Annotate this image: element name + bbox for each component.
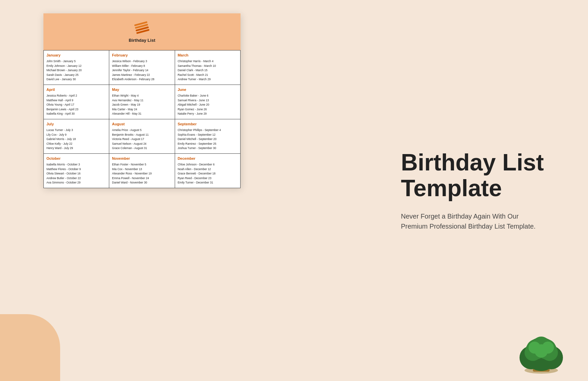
birthday-entry: Mia Carter - May 24 [112,107,172,112]
birthday-entry: Ethan Foster - November 5 [112,162,172,167]
birthday-entry: Emily Johnson - January 12 [46,64,106,69]
birthday-entry: Alexander Hill - May 31 [112,112,172,116]
birthday-entry: Olivia Stewart - October 16 [46,171,106,176]
birthday-entry: Emily Turner - December 31 [178,180,238,185]
month-heading-october: October [46,156,106,160]
birthday-entry: Ryan Reed - December 23 [178,176,238,181]
month-cell-april: AprilJessica Roberts - April 2Matthew Ha… [44,85,109,119]
main-title: Birthday List Template [401,150,561,201]
birthday-entry: Daniel Mitchell - September 20 [178,137,238,142]
birthday-entry: Isabella King - April 30 [46,112,106,116]
birthday-entry: Abigail Mitchell - June 20 [178,103,238,107]
birthday-entry: Victoria Reed - August 17 [112,137,172,142]
birthday-entry: Grace Coleman - August 31 [112,146,172,151]
subtitle: Never Forget a Birthday Again With Our P… [401,211,541,231]
month-cell-february: FebruaryJessica Wilson - February 3Willi… [109,50,175,85]
birthday-entry: Noah Allen - December 12 [178,167,238,172]
birthday-entry: Emily Ramirez - September 25 [178,142,238,146]
birthday-entry: Michael Brown - January 20 [46,68,106,73]
birthday-entry: Ryan Gomez - June 26 [178,107,238,112]
month-heading-august: August [112,122,172,126]
month-heading-november: November [112,156,172,160]
birthday-entry: Benjamin Lewis - April 23 [46,107,106,112]
birthday-entry: Andrew Turner - March 29 [178,77,238,82]
birthday-entry: Natalie Perry - June 29 [178,112,238,116]
month-heading-june: June [178,88,238,92]
birthday-entry: Benjamin Brooks - August 11 [112,133,172,137]
month-heading-february: February [112,53,172,57]
right-panel: Birthday List Template Never Forget a Bi… [401,150,561,231]
birthday-entry: Matthew Hall - April 9 [46,98,106,103]
birthday-entry: Rachel Scott - March 21 [178,73,238,78]
birthday-entry: Chloe Kelly - July 22 [46,142,106,146]
birthday-entry: Jessica Wilson - February 3 [112,59,172,64]
birthday-entry: Elizabeth Anderson - February 28 [112,77,172,82]
birthday-entry: Andrew Butler - October 22 [46,176,106,181]
birthday-entry: James Martinez - February 22 [112,73,172,78]
month-heading-april: April [46,88,106,92]
month-heading-december: December [178,156,238,160]
birthday-entry: Joshua Turner - September 30 [178,146,238,151]
month-cell-november: NovemberEthan Foster - November 5Mia Cox… [109,153,175,188]
svg-point-16 [542,342,554,354]
month-heading-march: March [178,53,238,57]
month-heading-july: July [46,122,106,126]
birthday-entry: Gabriel Morris - July 18 [46,137,106,142]
month-cell-june: JuneCharlotte Baker - June 6Samuel River… [175,85,240,119]
month-cell-january: JanuaryJohn Smith - January 5Emily Johns… [44,50,109,85]
month-heading-may: May [112,88,172,92]
birthday-entry: Emma Powell - November 24 [112,176,172,181]
birthday-entry: William Miller - February 8 [112,64,172,69]
birthday-entry: Lucas Turner - July 3 [46,128,106,133]
birthday-entry: David Lee - January 30 [46,77,106,82]
birthday-entry: Christopher Phillips - September 4 [178,128,238,133]
birthday-entry: Amelia Price - August 5 [112,128,172,133]
background-decoration [0,314,60,381]
birthday-entry: Matthew Flores - October 9 [46,167,106,172]
month-cell-may: MayEthan Wright - May 4Ava Hernandez - M… [109,85,175,119]
birthday-entry: Christopher Harris - March 4 [178,59,238,64]
birthday-entry: Chloe Johnson - December 6 [178,162,238,167]
document-header: Birthday List [43,13,241,50]
month-cell-december: DecemberChloe Johnson - December 6Noah A… [175,153,240,188]
birthday-entry: Isabella Morris - October 3 [46,162,106,167]
plant-decoration [514,321,568,374]
birthday-entry: Samantha Thomas - March 10 [178,64,238,69]
month-cell-october: OctoberIsabella Morris - October 3Matthe… [44,153,109,188]
month-heading-january: January [46,53,106,57]
birthday-entry: Jessica Roberts - April 2 [46,94,106,98]
birthday-entry: Olivia Young - April 17 [46,103,106,107]
birthday-entry: Lily Cox - July 9 [46,133,106,137]
logo-icon [134,21,150,36]
month-heading-september: September [178,122,238,126]
birthday-entry: Jennifer Taylor - February 14 [112,68,172,73]
birthday-entry: Ava Hernandez - May 11 [112,98,172,103]
birthday-entry: Henry Ward - July 29 [46,146,106,151]
birthday-entry: Charlotte Baker - June 6 [178,94,238,98]
birthday-entry: Daniel Clark - March 15 [178,68,238,73]
month-cell-september: SeptemberChristopher Phillips - Septembe… [175,119,240,153]
birthday-entry: Samuel Rivera - June 13 [178,98,238,103]
birthday-entry: Daniel Ward - November 30 [112,180,172,185]
birthday-table: JanuaryJohn Smith - January 5Emily Johns… [43,50,241,188]
document: Birthday List JanuaryJohn Smith - Januar… [43,13,241,188]
birthday-entry: Ava Simmons - October 29 [46,180,106,185]
month-cell-july: JulyLucas Turner - July 3Lily Cox - July… [44,119,109,153]
birthday-entry: Sophia Evans - September 12 [178,133,238,137]
birthday-entry: Samuel Nelson - August 24 [112,142,172,146]
doc-header-title: Birthday List [129,38,155,43]
month-cell-august: AugustAmelia Price - August 5Benjamin Br… [109,119,175,153]
birthday-entry: Alexander Ross - November 19 [112,171,172,176]
birthday-entry: Mia Cox - November 13 [112,167,172,172]
svg-point-15 [529,342,541,354]
birthday-entry: Grace Bennett - December 18 [178,171,238,176]
birthday-entry: Sarah Davis - January 25 [46,73,106,78]
birthday-entry: Jacob Green - May 19 [112,103,172,107]
month-cell-march: MarchChristopher Harris - March 4Samanth… [175,50,240,85]
birthday-entry: Ethan Wright - May 4 [112,94,172,98]
birthday-entry: John Smith - January 5 [46,59,106,64]
